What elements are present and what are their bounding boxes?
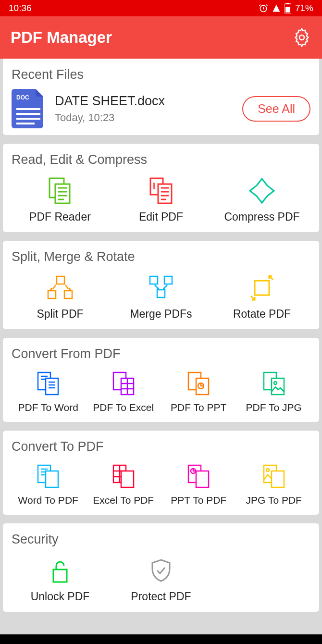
svg-rect-18 (158, 184, 172, 203)
app-title: PDF Manager (11, 28, 112, 47)
pdf-to-jpg-button[interactable]: PDF To JPG (237, 368, 311, 415)
jpg-to-pdf-icon (261, 463, 287, 489)
read-edit-title: Read, Edit & Compress (12, 152, 310, 167)
svg-rect-6 (16, 108, 40, 110)
unlock-pdf-button[interactable]: Unlock PDF (12, 554, 109, 605)
tool-label: Unlock PDF (31, 590, 90, 603)
recent-files-card: Recent Files DOC DATE SHEET.docx Today, … (3, 59, 319, 135)
rotate-pdf-button[interactable]: Rotate PDF (213, 271, 310, 322)
pdf-to-excel-button[interactable]: PDF To Excel (87, 368, 161, 415)
excel-to-pdf-icon (111, 463, 136, 489)
tool-label: Compress PDF (224, 211, 299, 223)
word-to-pdf-icon (35, 463, 61, 489)
tool-label: PDF To Excel (93, 402, 154, 413)
svg-rect-11 (55, 184, 70, 203)
svg-rect-25 (64, 291, 72, 298)
pdf-to-jpg-icon (261, 371, 287, 396)
file-time: Today, 10:23 (55, 111, 234, 124)
security-card: Security Unlock PDF Protect PDF (3, 523, 319, 612)
edit-pdf-icon: I (147, 176, 175, 205)
svg-rect-31 (46, 378, 58, 395)
status-bar: 10:36 71% (0, 0, 322, 16)
ppt-to-pdf-button[interactable]: PPT To PDF (162, 461, 235, 508)
pdf-reader-icon (46, 176, 74, 205)
pdf-to-ppt-button[interactable]: PDF To PPT (162, 368, 235, 415)
svg-rect-29 (255, 281, 269, 295)
tool-label: Rotate PDF (233, 308, 291, 321)
pdf-to-word-icon (35, 371, 61, 396)
tool-label: Merge PDFs (130, 308, 192, 321)
svg-point-4 (299, 35, 304, 40)
status-time: 10:36 (9, 3, 32, 13)
pdf-to-word-button[interactable]: PDF To Word (12, 368, 85, 415)
protect-pdf-button[interactable]: Protect PDF (112, 554, 210, 605)
tool-label: Word To PDF (18, 495, 78, 506)
compress-pdf-icon (247, 176, 277, 206)
compress-pdf-button[interactable]: Compress PDF (213, 174, 310, 225)
svg-rect-24 (48, 291, 56, 298)
merge-pdfs-icon (146, 274, 176, 301)
svg-rect-26 (150, 276, 158, 284)
svg-rect-46 (272, 378, 284, 395)
excel-to-pdf-button[interactable]: Excel To PDF (87, 461, 161, 508)
svg-rect-2 (286, 3, 289, 4)
file-name: DATE SHEET.docx (55, 94, 234, 109)
pdf-reader-button[interactable]: PDF Reader (12, 174, 109, 225)
signal-icon (272, 4, 281, 12)
battery-percent: 71% (295, 3, 313, 13)
edit-pdf-button[interactable]: I Edit PDF (112, 174, 210, 225)
svg-rect-7 (16, 113, 40, 115)
jpg-to-pdf-button[interactable]: JPG To PDF (237, 461, 311, 508)
security-title: Security (12, 532, 310, 547)
svg-rect-27 (164, 276, 172, 284)
shield-icon (148, 557, 174, 584)
recent-file-item[interactable]: DATE SHEET.docx Today, 10:23 (55, 94, 234, 124)
svg-text:DOC: DOC (16, 94, 29, 101)
settings-icon[interactable] (292, 28, 311, 47)
svg-rect-23 (57, 276, 64, 284)
svg-rect-8 (16, 118, 40, 120)
svg-rect-60 (196, 471, 209, 487)
svg-rect-52 (46, 471, 58, 487)
rotate-pdf-icon (248, 274, 276, 302)
split-pdf-icon (45, 274, 75, 301)
merge-pdfs-button[interactable]: Merge PDFs (112, 271, 210, 322)
split-merge-title: Split, Merge & Rotate (12, 249, 310, 264)
convert-to-title: Convert To PDF (12, 439, 310, 454)
convert-from-card: Convert From PDF PDF To Word PDF To Exce… (3, 338, 319, 422)
convert-to-card: Convert To PDF Word To PDF Excel To PDF … (3, 431, 319, 515)
tool-label: PDF To JPG (246, 402, 302, 413)
navigation-bar (0, 634, 322, 644)
unlock-icon (47, 557, 74, 584)
word-to-pdf-button[interactable]: Word To PDF (12, 461, 85, 508)
split-pdf-button[interactable]: Split PDF (12, 271, 109, 322)
svg-rect-57 (121, 471, 134, 487)
recent-title: Recent Files (12, 67, 310, 82)
pdf-to-ppt-icon (186, 371, 211, 396)
svg-rect-64 (53, 570, 67, 582)
pdf-to-excel-icon (111, 371, 136, 396)
see-all-button[interactable]: See All (242, 96, 310, 122)
svg-rect-63 (272, 471, 284, 487)
svg-rect-28 (157, 290, 165, 297)
tool-label: PDF To Word (18, 402, 78, 413)
tool-label: Split PDF (37, 308, 83, 321)
tool-label: PPT To PDF (171, 495, 226, 506)
read-edit-card: Read, Edit & Compress PDF Reader I Edit … (3, 144, 319, 232)
svg-point-62 (266, 469, 269, 471)
status-right: 71% (259, 3, 313, 13)
tool-label: Excel To PDF (93, 495, 154, 506)
tool-label: JPG To PDF (246, 495, 302, 506)
app-bar: PDF Manager (0, 16, 322, 59)
tool-label: Edit PDF (139, 211, 183, 223)
svg-rect-3 (285, 7, 290, 12)
svg-rect-9 (16, 123, 35, 124)
split-merge-card: Split, Merge & Rotate Split PDF Merge PD… (3, 241, 319, 329)
ppt-to-pdf-icon (186, 463, 211, 489)
tool-label: PDF Reader (29, 211, 91, 223)
convert-from-title: Convert From PDF (12, 347, 310, 361)
docx-file-icon: DOC (12, 89, 46, 128)
tool-label: PDF To PPT (171, 402, 226, 413)
alarm-icon (259, 3, 268, 13)
battery-icon (285, 3, 291, 13)
